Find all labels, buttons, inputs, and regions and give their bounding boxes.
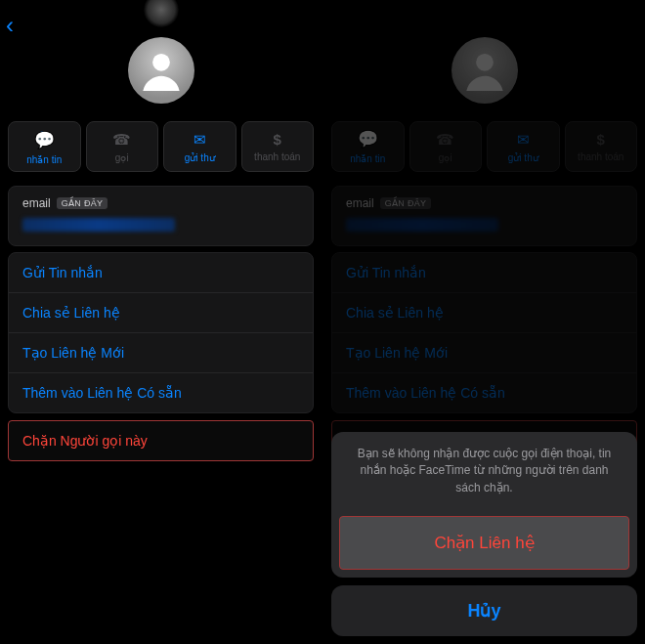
phone-icon: ☎: [112, 131, 131, 149]
row-share-contact: Chia sẻ Liên hệ: [332, 292, 636, 332]
dollar-icon: $: [274, 131, 281, 148]
row-send-message[interactable]: Gửi Tin nhắn: [9, 253, 313, 292]
actions-list: Gửi Tin nhắn Chia sẻ Liên hệ Tạo Liên hệ…: [331, 252, 637, 413]
row-new-contact[interactable]: Tạo Liên hệ Mới: [9, 332, 313, 372]
cancel-button[interactable]: Hủy: [331, 585, 637, 636]
email-label: email: [22, 196, 51, 210]
call-button[interactable]: ☎ gọi: [86, 121, 159, 172]
camera-notch-icon: [144, 0, 179, 27]
phone-icon: ☎: [436, 131, 454, 149]
message-button[interactable]: ✎️ 💬 nhắn tin: [8, 121, 81, 172]
avatar: [128, 37, 194, 104]
avatar: [452, 37, 518, 104]
chat-bubble-icon: 💬: [358, 129, 378, 150]
person-icon: [134, 43, 189, 98]
mail-button[interactable]: ✉ gửi thư: [163, 121, 236, 172]
recent-badge: GẦN ĐÂY: [57, 197, 108, 209]
mail-button: ✉ gửi thư: [487, 121, 560, 172]
back-button[interactable]: ‹: [6, 14, 14, 37]
row-add-existing[interactable]: Thêm vào Liên hệ Có sẵn: [9, 372, 313, 412]
pay-button: $ thanh toán: [565, 121, 638, 172]
block-caller-button[interactable]: Chặn Người gọi này: [8, 420, 314, 461]
contact-screen-with-sheet: 💬 nhắn tin ☎ gọi ✉ gửi thư $ thanh toán …: [323, 0, 645, 644]
email-value-redacted: [22, 218, 175, 232]
action-row: ✎️ 💬 nhắn tin ☎ gọi ✉ gửi thư $ thanh to…: [0, 121, 322, 180]
mail-icon: ✉: [517, 131, 530, 149]
action-row: 💬 nhắn tin ☎ gọi ✉ gửi thư $ thanh toán: [323, 121, 645, 180]
sheet-message: Bạn sẽ không nhận được cuộc gọi điện tho…: [331, 432, 637, 510]
email-card[interactable]: email GẦN ĐÂY: [8, 186, 314, 246]
row-add-existing: Thêm vào Liên hệ Có sẵn: [332, 372, 636, 412]
email-value-redacted: [346, 218, 498, 232]
message-button: 💬 nhắn tin: [331, 121, 405, 172]
pay-button[interactable]: $ thanh toán: [241, 121, 315, 172]
dollar-icon: $: [597, 131, 605, 148]
recent-badge: GẦN ĐÂY: [380, 197, 432, 209]
row-new-contact: Tạo Liên hệ Mới: [332, 332, 636, 372]
actions-list: Gửi Tin nhắn Chia sẻ Liên hệ Tạo Liên hệ…: [8, 252, 314, 413]
confirm-block-button[interactable]: Chặn Liên hệ: [339, 516, 629, 570]
mail-icon: ✉: [194, 131, 206, 149]
person-icon: [457, 43, 512, 98]
row-share-contact[interactable]: Chia sẻ Liên hệ: [9, 292, 313, 332]
contact-screen-normal: ‹ ✎️ 💬 nhắn tin ☎ gọi ✉ gửi thư $: [0, 0, 322, 644]
chat-bubble-icon: 💬: [34, 130, 55, 150]
action-sheet: Bạn sẽ không nhận được cuộc gọi điện tho…: [331, 432, 637, 636]
email-label: email: [346, 196, 374, 210]
svg-point-1: [476, 54, 494, 71]
call-button: ☎ gọi: [409, 121, 483, 172]
email-card: email GẦN ĐÂY: [331, 186, 637, 246]
row-send-message: Gửi Tin nhắn: [332, 253, 636, 292]
svg-point-0: [152, 54, 170, 71]
